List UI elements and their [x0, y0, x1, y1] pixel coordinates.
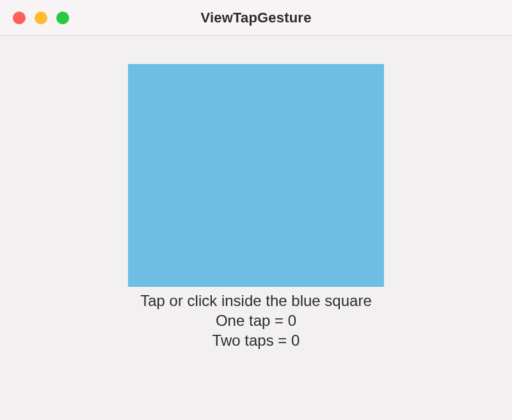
close-icon[interactable]: [13, 12, 26, 24]
instruction-stack: Tap or click inside the blue square One …: [140, 291, 372, 351]
two-taps-counter: Two taps = 0: [140, 330, 372, 350]
fullscreen-icon[interactable]: [56, 12, 69, 24]
instruction-label: Tap or click inside the blue square: [140, 291, 372, 311]
traffic-lights: [13, 12, 69, 24]
window-title: ViewTapGesture: [0, 10, 512, 26]
minimize-icon[interactable]: [35, 12, 47, 24]
one-tap-value: 0: [288, 312, 296, 329]
two-taps-value: 0: [291, 332, 300, 349]
content-area: Tap or click inside the blue square One …: [0, 36, 512, 420]
tap-target-square[interactable]: [128, 64, 384, 287]
one-tap-prefix: One tap =: [216, 312, 288, 329]
titlebar: ViewTapGesture: [0, 0, 512, 36]
one-tap-counter: One tap = 0: [140, 311, 372, 330]
two-taps-prefix: Two taps =: [212, 332, 291, 349]
